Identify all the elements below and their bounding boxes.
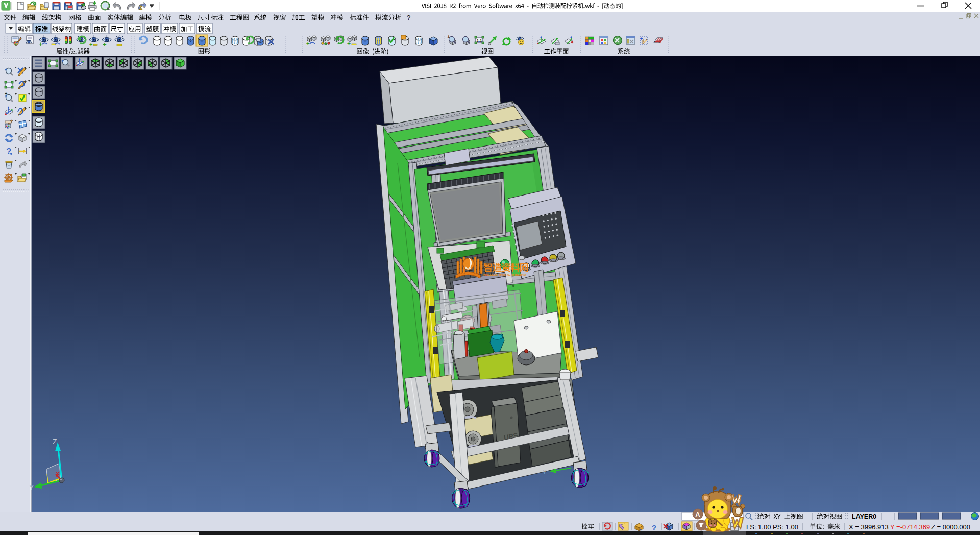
svg-text:Y: Y	[29, 483, 34, 492]
svg-text:Z: Z	[53, 437, 57, 446]
svg-text:Z = 0000.000: Z = 0000.000	[931, 523, 970, 531]
svg-text:+: +	[5, 91, 7, 96]
svg-text:+: +	[89, 41, 92, 47]
svg-text:+: +	[306, 40, 309, 46]
svg-text:×: ×	[639, 527, 642, 532]
svg-text:A: A	[695, 510, 700, 518]
svg-text:?: ?	[652, 523, 656, 532]
svg-text:?: ?	[407, 14, 410, 21]
svg-text:Y =-0714.369: Y =-0714.369	[890, 523, 930, 531]
svg-text:X = 3996.913: X = 3996.913	[849, 523, 889, 531]
svg-text:LS: 1.00 PS: 1.00: LS: 1.00 PS: 1.00	[746, 523, 798, 531]
svg-text:+: +	[347, 40, 351, 47]
svg-text:Y: Y	[543, 469, 547, 476]
svg-text:+: +	[640, 36, 643, 41]
svg-text:+: +	[447, 34, 450, 40]
svg-text:+: +	[39, 41, 42, 48]
svg-text:?: ?	[6, 147, 11, 156]
svg-text:INTELLIGENT MANUFACTURING DATA: INTELLIGENT MANUFACTURING DATA	[483, 273, 526, 276]
svg-text:+: +	[103, 41, 107, 48]
svg-text:1:1: 1:1	[477, 39, 482, 42]
svg-text:LAYER0: LAYER0	[852, 513, 876, 520]
